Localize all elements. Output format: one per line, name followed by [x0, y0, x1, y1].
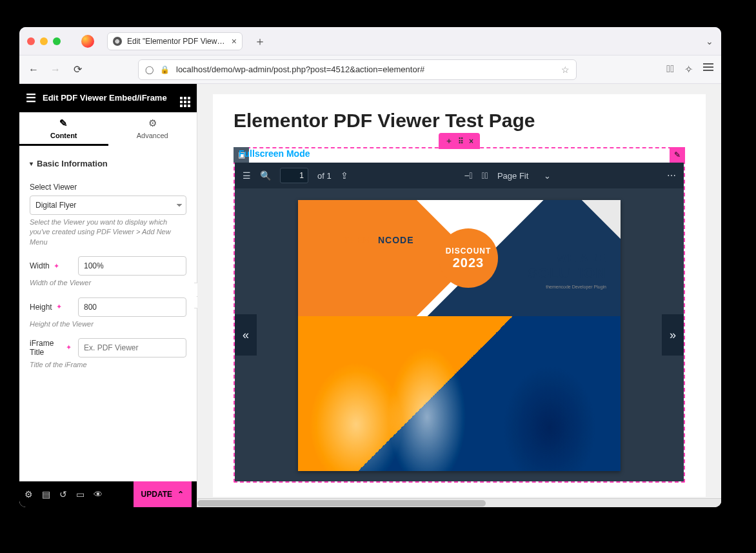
search-icon[interactable]: 🔍 [260, 170, 271, 181]
flyer-brand-b: NCODE [378, 235, 414, 245]
scrollbar-thumb[interactable] [197, 500, 486, 507]
zoom-out-icon[interactable]: −⃝ [464, 170, 472, 181]
width-label: Width [30, 261, 50, 270]
field-height: Height ✦ [30, 297, 186, 317]
horizontal-scrollbar[interactable] [197, 498, 721, 507]
page-title: Elementor PDF Viewer Test Page [234, 110, 685, 132]
tabs-overflow-button[interactable]: ⌄ [706, 36, 713, 46]
gear-icon: ⚙ [148, 117, 157, 129]
add-section-button[interactable]: ＋ [445, 136, 453, 146]
update-button[interactable]: UPDATE ⌃ [134, 481, 192, 507]
first-page-button[interactable]: « [235, 314, 257, 356]
dynamic-icon[interactable]: ✦ [54, 262, 59, 270]
elements-panel-button[interactable] [180, 89, 190, 107]
last-page-button[interactable]: » [662, 314, 684, 356]
select-viewer-help: Select the Viewer you want to display wh… [30, 217, 186, 247]
flyer-brand-a: THEME [343, 235, 378, 245]
iframe-title-label: iFrame Title [30, 339, 62, 357]
drag-section-handle[interactable]: ⠿ [458, 137, 464, 146]
tab-content[interactable]: ✎ Content [19, 112, 108, 146]
section-title: Basic Information [37, 159, 108, 168]
pdf-content: THEMENCODE DISCOUNT 2023 WE ARE SOLUTION… [235, 188, 684, 481]
lock-icon: 🔒 [160, 65, 170, 74]
preview-icon[interactable]: 👁 [94, 489, 103, 499]
flyer-headline: WE ARE SOLUTION themencode Developer Plu… [528, 252, 606, 289]
field-iframe-title: iFrame Title ✦ [30, 338, 186, 357]
select-viewer-dropdown[interactable]: Digital Flyer [30, 196, 186, 215]
close-window-button[interactable] [27, 37, 35, 45]
flyer-sub: themencode Developer Plugin [528, 285, 606, 289]
tab-content-label: Content [50, 132, 77, 139]
new-tab-button[interactable]: ＋ [254, 34, 266, 49]
more-menu-icon[interactable]: ⋯ [667, 170, 676, 181]
share-icon[interactable]: ⇪ [341, 170, 348, 181]
chevron-down-icon: ⌄ [544, 171, 551, 181]
discount-badge: DISCOUNT 2023 [439, 228, 498, 288]
pdf-toolbar: ☰ 🔍 of 1 ⇪ −⃝ ＋⃝ Page [235, 163, 684, 188]
navigator-icon[interactable]: ▤ [42, 489, 50, 499]
tab-close-button[interactable]: × [232, 36, 237, 46]
elementor-editor: ☰ Edit PDF Viewer Embed/iFrame ✎ Content… [19, 84, 721, 507]
maximize-window-button[interactable] [53, 37, 61, 45]
history-icon[interactable]: ↺ [59, 489, 67, 499]
height-label: Height [30, 303, 52, 312]
update-button-label: UPDATE [141, 490, 172, 499]
tab-favicon-icon: ⊕ [113, 37, 122, 46]
page-total-label: of 1 [317, 171, 332, 181]
dynamic-icon[interactable]: ✦ [56, 303, 62, 311]
edit-widget-button[interactable]: ✎ [670, 147, 685, 163]
pdf-viewer: ☰ 🔍 of 1 ⇪ −⃝ ＋⃝ Page [235, 163, 684, 481]
sidebar-footer: ⚙ ▤ ↺ ▭ 👁 UPDATE ⌃ [19, 481, 197, 507]
toolbar-right: ⌄⃝ ✧ [666, 63, 713, 75]
settings-icon[interactable]: ⚙ [25, 489, 33, 499]
dynamic-icon[interactable]: ✦ [66, 343, 72, 352]
address-bar[interactable]: ◯ 🔒 localhost/demo/wp-admin/post.php?pos… [138, 59, 577, 80]
zoom-in-icon[interactable]: ＋⃝ [482, 170, 488, 181]
forward-button[interactable]: → [49, 64, 62, 75]
firefox-logo-icon [81, 35, 94, 48]
sidebar-toggle-icon[interactable]: ☰ [243, 170, 251, 181]
sidebar-tabs: ✎ Content ⚙ Advanced [19, 112, 197, 146]
pdf-widget-frame[interactable]: ▣ ✎ Fullscreen Mode ☰ 🔍 of 1 ⇪ [234, 147, 685, 483]
width-input[interactable] [78, 256, 186, 276]
height-input[interactable] [78, 297, 186, 317]
width-help: Width of the Viewer [30, 278, 186, 288]
shield-icon: ◯ [145, 65, 154, 74]
delete-section-button[interactable]: × [469, 137, 473, 146]
pdf-page: THEMENCODE DISCOUNT 2023 WE ARE SOLUTION… [298, 200, 621, 471]
menu-icon[interactable]: ☰ [26, 91, 36, 105]
pencil-icon: ✎ [59, 117, 68, 129]
zoom-select[interactable]: Page Fit ⌄ [497, 171, 551, 181]
browser-titlebar: ⊕ Edit "Elementor PDF Viewer Te… × ＋ ⌄ [19, 27, 721, 55]
flyer-line2: SOLUTION [528, 265, 606, 282]
responsive-icon[interactable]: ▭ [76, 489, 85, 499]
reload-button[interactable]: ⟳ [71, 63, 84, 75]
section-basic-information[interactable]: ▾ Basic Information [30, 155, 186, 177]
window-controls [27, 37, 61, 45]
app-menu-button[interactable] [703, 63, 713, 75]
select-viewer-label: Select Viewer [30, 183, 186, 192]
flyer-line1: WE ARE [528, 252, 606, 265]
widget-title: Edit PDF Viewer Embed/iFrame [43, 93, 167, 103]
browser-tab[interactable]: ⊕ Edit "Elementor PDF Viewer Te… × [107, 32, 243, 50]
url-text: localhost/demo/wp-admin/post.php?post=45… [176, 65, 424, 74]
bookmark-star-button[interactable]: ☆ [561, 65, 570, 75]
back-button[interactable]: ← [27, 64, 40, 75]
pocket-icon[interactable]: ⌄⃝ [666, 63, 674, 75]
iframe-title-input[interactable] [78, 338, 186, 357]
extensions-icon[interactable]: ✧ [684, 63, 693, 75]
caret-down-icon: ▾ [30, 160, 33, 167]
grid-icon [180, 97, 190, 107]
minimize-window-button[interactable] [40, 37, 48, 45]
field-width: Width ✦ [30, 256, 186, 276]
discount-top: DISCOUNT [446, 246, 492, 256]
fullscreen-mode-link[interactable]: Fullscreen Mode [239, 148, 310, 159]
flyer-brand: THEMENCODE [343, 235, 414, 245]
iframe-title-help: Title of the iFrame [30, 360, 186, 370]
tab-advanced[interactable]: ⚙ Advanced [108, 112, 197, 146]
browser-toolbar: ← → ⟳ ◯ 🔒 localhost/demo/wp-admin/post.p… [19, 55, 721, 84]
zoom-label: Page Fit [497, 171, 528, 181]
page-number-input[interactable] [280, 168, 308, 183]
tab-title: Edit "Elementor PDF Viewer Te… [127, 37, 226, 46]
editor-canvas: Elementor PDF Viewer Test Page ＋ ⠿ × ▣ ✎… [197, 84, 721, 507]
